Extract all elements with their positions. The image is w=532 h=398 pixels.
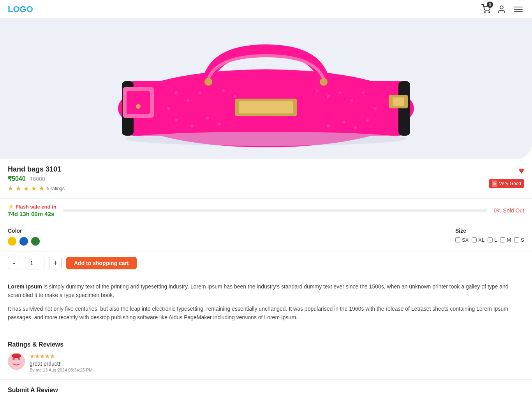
size-checkbox-m[interactable]: [500, 237, 505, 242]
hamburger-line-3: [514, 11, 523, 12]
hamburger-line-1: [514, 7, 523, 7]
size-xl-label: XL: [478, 237, 484, 243]
cart-section: - + Add to shopping cart: [0, 251, 532, 275]
svg-point-22: [175, 119, 178, 122]
size-checkbox-l[interactable]: [488, 237, 493, 242]
svg-point-33: [354, 126, 357, 129]
user-icon-button[interactable]: [497, 5, 506, 14]
svg-rect-12: [127, 91, 150, 114]
reviews-section: Ratings & Reviews ★★★★★ great prduct!! B…: [0, 334, 532, 380]
rating-badge: 5 Very Good: [489, 179, 524, 188]
svg-point-21: [233, 95, 236, 98]
menu-button[interactable]: [513, 5, 524, 14]
description-p2: It has survived not only five centuries,…: [8, 304, 524, 322]
svg-point-35: [327, 124, 330, 127]
user-icon: [497, 5, 506, 14]
svg-point-19: [167, 107, 170, 110]
size-s-label: S: [521, 237, 524, 243]
product-image: [99, 30, 433, 147]
reviews-title: Ratings & Reviews: [8, 341, 524, 348]
header: LOGO 0: [0, 0, 532, 19]
svg-rect-15: [393, 97, 404, 106]
star-3: ★: [23, 185, 29, 192]
svg-point-20: [222, 89, 225, 92]
hamburger-line-2: [514, 9, 523, 10]
quantity-input[interactable]: [25, 257, 44, 269]
size-checkbox-xl[interactable]: [472, 237, 477, 242]
flash-icon: ⚡: [8, 204, 14, 210]
size-option-sx[interactable]: SX: [455, 237, 469, 243]
product-title: Hand bags 3101: [8, 165, 65, 173]
flash-sale-label: ⚡ Flash sale end in: [8, 203, 56, 210]
review-meta: By me 13 Aug 2024 08:34:25 PM: [30, 368, 524, 372]
flash-sale-section: ⚡ Flash sale end in 74d 13h 00m 42s 0% S…: [0, 199, 532, 222]
svg-point-31: [315, 89, 318, 92]
sold-out-text: 0% Sold Out: [493, 207, 524, 214]
svg-point-1: [489, 12, 490, 12]
description-section: Lorem Ipsum is simply dummy text of the …: [0, 275, 532, 334]
review-content: ★★★★★ great prduct!! By me 13 Aug 2024 0…: [30, 353, 524, 372]
svg-point-30: [327, 95, 330, 98]
color-swatch-blue[interactable]: [19, 237, 28, 246]
cart-button[interactable]: 0: [481, 4, 491, 14]
svg-point-13: [136, 104, 141, 109]
svg-point-28: [362, 91, 365, 94]
svg-point-36: [126, 132, 406, 146]
price-row: ₹5040 ₹6000: [8, 175, 65, 182]
review-text: great prduct!!: [30, 361, 524, 367]
product-image-section: [0, 19, 532, 159]
svg-point-26: [338, 91, 342, 94]
submit-review-section: Submit A Review ☆ ☆ ☆ ☆ ☆ Save Review: [0, 380, 532, 398]
size-l-label: L: [494, 237, 497, 243]
svg-point-2: [500, 6, 503, 9]
svg-point-16: [175, 91, 178, 94]
header-icons: 0: [481, 4, 524, 14]
original-price: ₹6000: [30, 176, 45, 182]
star-1: ★: [8, 185, 13, 192]
svg-point-17: [187, 99, 190, 102]
size-checkbox-sx[interactable]: [455, 237, 460, 242]
countdown-timer: 74d 13h 00m 42s: [8, 210, 56, 217]
size-checkbox-s[interactable]: [514, 237, 519, 242]
svg-point-29: [373, 107, 377, 110]
svg-point-23: [190, 124, 194, 127]
color-swatch-green[interactable]: [31, 237, 40, 246]
size-option-group: Size SX XL L M S: [455, 228, 524, 243]
svg-point-25: [218, 122, 221, 126]
svg-point-27: [350, 99, 353, 102]
product-details-right: ♥ 5 Very Good: [489, 165, 524, 188]
svg-point-40: [12, 354, 21, 358]
cart-badge: 0: [487, 2, 493, 8]
color-label: Color: [8, 228, 40, 234]
size-option-m[interactable]: M: [500, 237, 511, 243]
badge-score: 5: [492, 180, 498, 187]
increase-qty-button[interactable]: +: [49, 257, 62, 269]
sold-out-progress: [63, 209, 488, 212]
star-5: ★: [39, 185, 44, 192]
svg-point-9: [204, 78, 212, 86]
size-option-s[interactable]: S: [514, 237, 524, 243]
size-option-l[interactable]: L: [488, 237, 497, 243]
submit-review-title: Submit A Review: [8, 387, 524, 394]
current-price: ₹5040: [8, 175, 26, 182]
options-section: Color Size SX XL L M S: [0, 222, 532, 251]
svg-point-34: [366, 119, 369, 122]
size-m-label: M: [507, 237, 511, 243]
svg-point-0: [484, 12, 485, 12]
size-option-xl[interactable]: XL: [472, 237, 484, 243]
description-bold: Lorem Ipsum: [8, 283, 42, 290]
decrease-qty-button[interactable]: -: [8, 257, 20, 269]
product-details-left: Hand bags 3101 ₹5040 ₹6000 ★ ★ ★ ★ ★ 5 r…: [8, 165, 65, 192]
svg-point-39: [18, 358, 20, 360]
add-to-cart-button[interactable]: Add to shopping cart: [66, 257, 137, 269]
description-p1-rest: is simply dummy text of the printing and…: [8, 283, 509, 298]
avatar-image: [8, 353, 25, 370]
color-swatch-yellow[interactable]: [8, 237, 16, 246]
color-swatches: [8, 237, 40, 246]
star-4: ★: [31, 185, 37, 192]
flash-sale-left: ⚡ Flash sale end in 74d 13h 00m 42s: [8, 203, 56, 217]
logo: LOGO: [8, 4, 33, 14]
rating-row: ★ ★ ★ ★ ★ 5 ratings: [8, 185, 65, 192]
wishlist-button[interactable]: ♥: [519, 165, 524, 176]
size-options: SX XL L M S: [455, 237, 524, 243]
